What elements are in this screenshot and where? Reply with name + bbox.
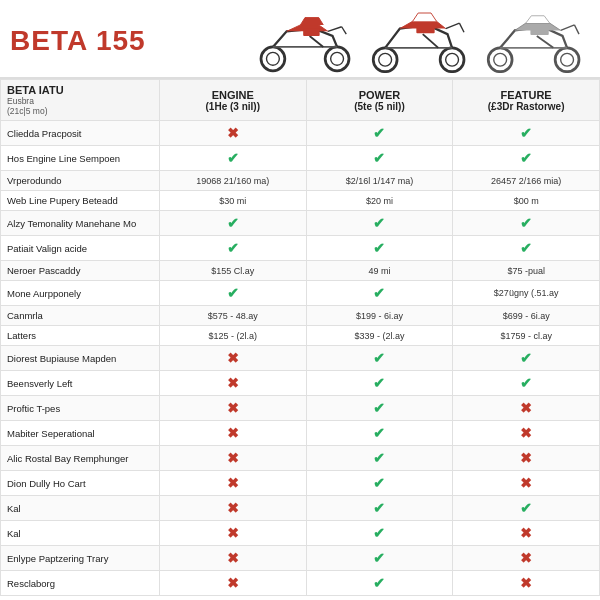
page-header: BETA 155 [0,0,600,79]
cell-6-2: 49 mi [306,261,453,281]
cell-8-2: $199 - 6i.ay [306,306,453,326]
cell-5-3: ✔ [453,236,600,261]
cell-0-3: ✔ [453,121,600,146]
cross-icon: ✖ [227,450,239,466]
check-icon: ✔ [520,150,532,166]
cell-9-2: $339 - (2l.ay [306,326,453,346]
svg-point-10 [446,53,459,66]
cell-12-2: ✔ [306,396,453,421]
table-row: Kal✖✔✔ [1,496,600,521]
cell-13-3: ✖ [453,421,600,446]
cell-17-1: ✖ [159,521,306,546]
svg-point-16 [555,48,579,72]
brand-title: BETA 155 [10,25,146,57]
cell-19-1: ✖ [159,571,306,596]
check-icon: ✔ [373,350,385,366]
svg-line-19 [561,25,575,31]
check-icon: ✔ [373,425,385,441]
col1-sub: (1He (3 nil)) [206,101,260,112]
table-row: Cliedda Pracposit✖✔✔ [1,121,600,146]
svg-line-6 [342,27,347,34]
row-label: Enlype Paptzering Trary [1,546,160,571]
comparison-table: BETA IATU Eusbra (21c|5 mo) ENGINE (1He … [0,79,600,596]
table-row: Resclaborg✖✔✖ [1,571,600,596]
cell-5-1: ✔ [159,236,306,261]
table-row: Alzy Temonality Manehane Mo✔✔✔ [1,211,600,236]
cell-8-3: $699 - 6i.ay [453,306,600,326]
cell-2-1: 19068 21/160 ma) [159,171,306,191]
check-icon: ✔ [373,400,385,416]
cross-icon: ✖ [227,125,239,141]
svg-point-7 [373,48,397,72]
col3-sub: (£3Dr Rastorwe) [488,101,565,112]
row-label: Neroer Pascaddy [1,261,160,281]
row-label: Hos Engine Line Sempoen [1,146,160,171]
row-label: Cliedda Pracposit [1,121,160,146]
cell-6-1: $155 Cl.ay [159,261,306,281]
row-label: Resclaborg [1,571,160,596]
cell-7-2: ✔ [306,281,453,306]
row-label: Kal [1,521,160,546]
svg-point-8 [379,53,392,66]
col3-title: FEATURE [459,89,593,101]
col0-sub2: (21c|5 mo) [7,106,153,116]
cell-9-3: $1759 - cl.ay [453,326,600,346]
svg-point-1 [267,52,280,65]
table-row: Web Line Pupery Beteadd$30 mi$20 mi$00 m [1,191,600,211]
cell-9-1: $125 - (2l.a) [159,326,306,346]
cell-12-1: ✖ [159,396,306,421]
motorcycle-2 [365,8,475,73]
cell-11-2: ✔ [306,371,453,396]
check-icon: ✔ [520,215,532,231]
table-row: Hos Engine Line Sempoen✔✔✔ [1,146,600,171]
cell-15-3: ✖ [453,471,600,496]
table-row: Mone Aurpponely✔✔$27ügny (.51.ay [1,281,600,306]
svg-rect-18 [530,27,548,35]
table-row: Enlype Paptzering Trary✖✔✖ [1,546,600,571]
cell-18-2: ✔ [306,546,453,571]
col-header-label: BETA IATU Eusbra (21c|5 mo) [1,80,160,121]
row-label: Beensverly Left [1,371,160,396]
row-label: Kal [1,496,160,521]
svg-point-0 [261,47,285,71]
cell-16-2: ✔ [306,496,453,521]
cell-14-3: ✖ [453,446,600,471]
row-label: Mone Aurpponely [1,281,160,306]
cell-1-1: ✔ [159,146,306,171]
cell-19-3: ✖ [453,571,600,596]
row-label: Diorest Bupiause Mapden [1,346,160,371]
table-row: Diorest Bupiause Mapden✖✔✔ [1,346,600,371]
cell-2-3: 26457 2/166 mia) [453,171,600,191]
cell-1-2: ✔ [306,146,453,171]
cell-2-2: $2/16l 1/147 ma) [306,171,453,191]
svg-point-2 [325,47,349,71]
table-row: Canmrla$575 - 48.ay$199 - 6i.ay$699 - 6i… [1,306,600,326]
svg-point-15 [494,53,507,66]
motorcycle-3 [480,8,590,73]
motorcycle-images [156,8,590,73]
cell-1-3: ✔ [453,146,600,171]
table-row: Proftic T-pes✖✔✖ [1,396,600,421]
col0-sub: Eusbra [7,96,153,106]
table-row: Kal✖✔✖ [1,521,600,546]
table-row: Patiait Valign acide✔✔✔ [1,236,600,261]
cross-icon: ✖ [520,425,532,441]
cross-icon: ✖ [227,550,239,566]
cell-18-1: ✖ [159,546,306,571]
row-label: Dion Dully Ho Cart [1,471,160,496]
cross-icon: ✖ [227,475,239,491]
cross-icon: ✖ [520,475,532,491]
check-icon: ✔ [227,150,239,166]
check-icon: ✔ [373,550,385,566]
check-icon: ✔ [227,285,239,301]
table-body: Cliedda Pracposit✖✔✔Hos Engine Line Semp… [1,121,600,596]
svg-rect-4 [303,29,320,36]
cell-10-1: ✖ [159,346,306,371]
row-label: Mabiter Seperational [1,421,160,446]
svg-point-9 [440,48,464,72]
check-icon: ✔ [373,575,385,591]
cross-icon: ✖ [520,450,532,466]
cell-19-2: ✔ [306,571,453,596]
cross-icon: ✖ [520,550,532,566]
cross-icon: ✖ [227,500,239,516]
